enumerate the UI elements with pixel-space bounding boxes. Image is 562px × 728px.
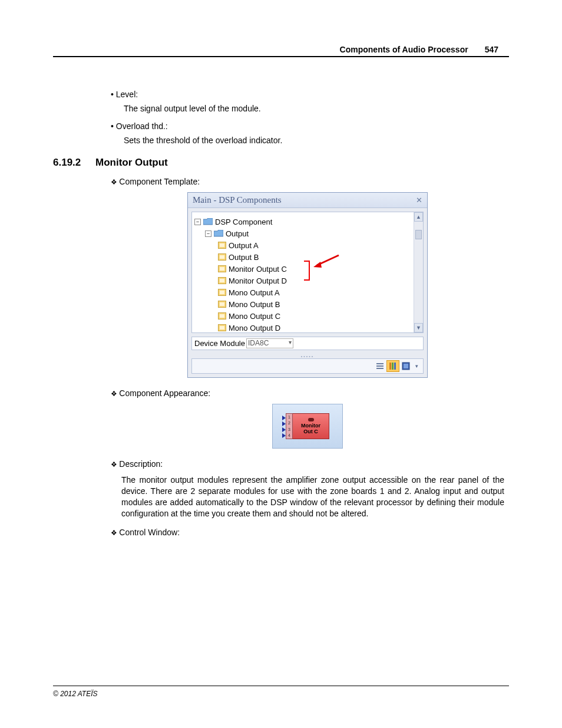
component-icon xyxy=(218,242,226,249)
description-text: The monitor output modules represent the… xyxy=(121,475,504,519)
panel-title: Main - DSP Components xyxy=(193,195,282,205)
scrollbar[interactable]: ▲ ▼ xyxy=(414,212,423,332)
svg-rect-5 xyxy=(389,363,391,370)
port-arrow-icon xyxy=(282,421,286,426)
bullet-overload-desc: Sets the threshold of the overload indic… xyxy=(124,136,504,145)
port-arrow-icon xyxy=(282,416,286,420)
header-rule xyxy=(53,56,509,57)
folder-icon xyxy=(203,218,213,226)
bullet-overload: Overload thd.: xyxy=(111,121,504,131)
tree-root-label: DSP Component xyxy=(215,218,272,226)
dsp-components-panel: Main - DSP Components ✕ − DSP Component xyxy=(187,192,428,378)
tree-group-output[interactable]: − Output xyxy=(205,228,421,239)
indicator-lamp-icon xyxy=(308,418,314,421)
component-icon xyxy=(218,253,226,261)
component-icon xyxy=(218,265,226,272)
page-number: 547 xyxy=(485,45,498,54)
tree-item[interactable]: Monitor Output C xyxy=(218,263,421,275)
resize-grip[interactable]: ••••• xyxy=(188,354,427,358)
scroll-up-icon[interactable]: ▲ xyxy=(414,212,423,222)
label-description: Description: xyxy=(111,459,504,469)
collapse-icon[interactable]: − xyxy=(205,230,211,237)
toolbar-preview-icon[interactable] xyxy=(399,360,412,372)
panel-close-icon[interactable]: ✕ xyxy=(416,196,422,205)
component-ports: 1 2 3 4 xyxy=(286,413,293,439)
component-tree[interactable]: − DSP Component − Output xyxy=(192,212,423,333)
component-icon xyxy=(218,289,226,296)
scroll-down-icon[interactable]: ▼ xyxy=(414,323,423,332)
component-icon xyxy=(218,277,226,284)
component-icon xyxy=(218,312,226,319)
header-title: Components of Audio Processor xyxy=(340,45,468,54)
tree-group-label: Output xyxy=(226,229,249,238)
section-number: 6.19.2 xyxy=(53,157,95,169)
tree-root[interactable]: − DSP Component xyxy=(194,216,421,228)
svg-rect-9 xyxy=(404,364,408,368)
label-component-appearance: Component Appearance: xyxy=(111,388,504,398)
tree-item[interactable]: Mono Output A xyxy=(218,286,421,298)
toolbar-list-icon[interactable] xyxy=(373,360,386,372)
toolbar-dropdown-icon[interactable]: ▾ xyxy=(412,360,421,372)
tree-item[interactable]: Mono Output D xyxy=(218,322,421,333)
label-control-window: Control Window: xyxy=(111,528,504,537)
svg-rect-7 xyxy=(394,363,396,370)
collapse-icon[interactable]: − xyxy=(194,219,201,225)
bullet-level: Level: xyxy=(111,90,504,99)
folder-icon xyxy=(214,230,223,238)
scroll-thumb[interactable] xyxy=(415,230,422,239)
section-title: Monitor Output xyxy=(95,157,168,169)
label-component-template: Component Template: xyxy=(111,177,504,186)
footer-copyright: © 2012 ATEÏS xyxy=(53,690,98,698)
toolbar-columns-icon[interactable] xyxy=(386,360,399,372)
component-appearance-figure: 1 2 3 4 Monitor Out C xyxy=(272,404,343,449)
svg-rect-6 xyxy=(392,363,394,370)
component-body: Monitor Out C xyxy=(293,413,329,439)
device-module-label: Device Module xyxy=(194,339,245,348)
component-icon xyxy=(218,324,226,331)
tree-item[interactable]: Output B xyxy=(218,251,421,263)
svg-rect-4 xyxy=(376,368,384,369)
bullet-level-desc: The signal output level of the module. xyxy=(124,104,504,113)
device-module-select[interactable]: IDA8C xyxy=(246,338,293,348)
svg-rect-2 xyxy=(376,363,384,364)
tree-item[interactable]: Monitor Output D xyxy=(218,275,421,286)
port-arrow-icon xyxy=(282,433,286,438)
tree-item[interactable]: Mono Output B xyxy=(218,298,421,310)
port-arrow-icon xyxy=(282,427,286,432)
tree-item[interactable]: Output A xyxy=(218,239,421,251)
component-icon xyxy=(218,301,226,308)
tree-item[interactable]: Mono Output C xyxy=(218,310,421,322)
svg-rect-3 xyxy=(376,365,384,367)
panel-toolbar: ▾ xyxy=(191,358,424,374)
